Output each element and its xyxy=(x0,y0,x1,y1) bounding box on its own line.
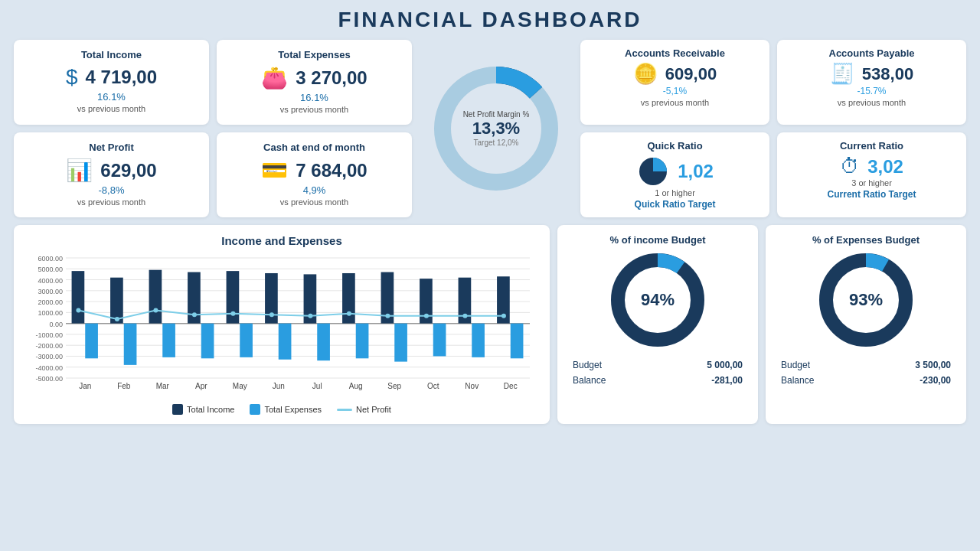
accounts-receivable-change: -5,1% xyxy=(663,86,687,96)
svg-point-75 xyxy=(462,314,467,318)
net-profit-card: Net Profit 📊 629,00 -8,8% vs previous mo… xyxy=(14,132,209,217)
svg-text:-5000.00: -5000.00 xyxy=(35,375,63,383)
accounts-payable-card: Accounts Payable 🧾 538,00 -15.7% vs prev… xyxy=(777,40,966,125)
svg-text:-2000.00: -2000.00 xyxy=(35,342,63,350)
svg-rect-45 xyxy=(279,324,292,360)
svg-rect-36 xyxy=(162,324,175,357)
svg-text:5000.00: 5000.00 xyxy=(38,266,63,273)
income-budget-value: 5 000,00 xyxy=(655,357,746,373)
income-budget-table: Budget 5 000,00 Balance -281,00 xyxy=(570,357,746,388)
bar-chart-svg: 6000.005000.004000.003000.002000.001000.… xyxy=(26,252,537,401)
expenses-budget-donut: 93% xyxy=(816,250,916,350)
bar-chart-icon: 📊 xyxy=(66,158,93,183)
bar-chart-card: Income and Expenses 6000.005000.004000.0… xyxy=(14,225,550,424)
cash-end-sub: vs previous month xyxy=(280,197,348,207)
svg-rect-51 xyxy=(356,324,369,359)
income-balance-value: -281,00 xyxy=(655,373,746,388)
svg-text:Mar: Mar xyxy=(156,382,170,390)
svg-text:0.00: 0.00 xyxy=(49,321,63,328)
net-profit-sub: vs previous month xyxy=(77,197,145,207)
legend-net-profit: Net Profit xyxy=(337,404,391,415)
total-expenses-title: Total Expenses xyxy=(278,49,350,60)
svg-text:Jan: Jan xyxy=(79,382,91,390)
income-budget-title: % of income Budget xyxy=(610,234,706,246)
legend-net-profit-label: Net Profit xyxy=(356,405,391,414)
current-ratio-title: Current Ratio xyxy=(840,140,903,152)
left-cards: Total Income $ 4 719,00 16.1% vs previou… xyxy=(14,40,412,217)
accounts-payable-value: 538,00 xyxy=(862,64,913,84)
clock-icon: ⏱ xyxy=(840,155,860,178)
income-balance-row: Balance -281,00 xyxy=(570,373,746,388)
quick-ratio-sub: 1 or higher xyxy=(655,188,695,197)
total-income-change: 16.1% xyxy=(97,91,126,103)
current-ratio-sub: 3 or higher xyxy=(851,178,892,187)
legend-expenses-label: Total Expenses xyxy=(264,405,322,414)
accounts-receivable-title: Accounts Receivable xyxy=(625,47,725,59)
svg-point-71 xyxy=(308,314,312,318)
svg-rect-54 xyxy=(394,324,407,362)
accounts-receivable-body: 🪙 609,00 xyxy=(633,62,717,86)
cash-icon: 💳 xyxy=(261,158,288,183)
svg-text:-1000.00: -1000.00 xyxy=(35,331,63,339)
accounts-receivable-card: Accounts Receivable 🪙 609,00 -5,1% vs pr… xyxy=(580,40,769,125)
total-income-title: Total Income xyxy=(81,49,142,60)
income-budget-label: Budget xyxy=(570,357,655,373)
quick-ratio-pie xyxy=(636,155,670,188)
bottom-section: Income and Expenses 6000.005000.004000.0… xyxy=(14,225,966,424)
expenses-budget-label: Budget xyxy=(778,357,863,373)
cash-end-card: Cash at end of month 💳 7 684,00 4,9% vs … xyxy=(217,132,412,217)
income-budget-row: Budget 5 000,00 xyxy=(570,357,746,373)
svg-point-69 xyxy=(230,311,235,316)
svg-text:Sep: Sep xyxy=(387,382,401,390)
svg-text:Oct: Oct xyxy=(427,382,439,390)
current-ratio-target: Current Ratio Target xyxy=(828,189,916,200)
dashboard-title: FINANCIAL DASHBOARD xyxy=(14,8,966,32)
total-expenses-body: 👛 3 270,00 xyxy=(261,65,367,90)
svg-point-73 xyxy=(385,314,390,318)
svg-point-70 xyxy=(270,312,274,317)
total-income-card: Total Income $ 4 719,00 16.1% vs previou… xyxy=(14,40,209,125)
svg-rect-60 xyxy=(472,324,485,357)
svg-point-72 xyxy=(347,311,351,316)
svg-rect-32 xyxy=(110,278,123,324)
quick-ratio-title: Quick Ratio xyxy=(647,140,702,152)
budget-cards: % of income Budget 94% Budget 5 000,00 B… xyxy=(557,225,966,424)
total-income-value: 4 719,00 xyxy=(86,67,157,88)
income-budget-percent: 94% xyxy=(641,290,675,310)
accounts-payable-sub: vs previous month xyxy=(838,98,906,107)
svg-point-65 xyxy=(76,308,80,313)
legend-income: Total Income xyxy=(172,404,234,415)
current-ratio-value: 3,02 xyxy=(867,156,903,178)
svg-rect-57 xyxy=(433,324,446,357)
accounts-payable-title: Accounts Payable xyxy=(829,47,915,59)
coins-icon: 🪙 xyxy=(633,62,658,86)
svg-point-66 xyxy=(115,317,119,321)
donut-label: Net Profit Margin % xyxy=(463,110,530,119)
top-section: Total Income $ 4 719,00 16.1% vs previou… xyxy=(14,40,966,217)
svg-rect-48 xyxy=(317,324,330,361)
svg-text:1000.00: 1000.00 xyxy=(38,309,63,317)
total-expenses-sub: vs previous month xyxy=(280,105,348,114)
current-ratio-body: ⏱ 3,02 xyxy=(840,155,903,178)
accounts-payable-change: -15.7% xyxy=(857,86,886,96)
income-budget-donut: 94% xyxy=(608,250,707,350)
quick-ratio-card: Quick Ratio 1,02 1 or higher Quick Ratio… xyxy=(580,132,769,217)
expenses-budget-row: Budget 3 500,00 xyxy=(778,357,954,373)
svg-text:Jun: Jun xyxy=(273,382,285,390)
expenses-budget-table: Budget 3 500,00 Balance -230,00 xyxy=(778,357,954,388)
legend-expenses-dot xyxy=(250,404,260,415)
svg-text:Feb: Feb xyxy=(117,382,131,390)
svg-rect-50 xyxy=(342,273,355,324)
expenses-budget-percent: 93% xyxy=(849,290,883,310)
svg-text:-3000.00: -3000.00 xyxy=(35,353,63,360)
quick-ratio-target: Quick Ratio Target xyxy=(635,199,716,210)
expenses-budget-title: % of Expenses Budget xyxy=(812,234,920,246)
legend-expenses: Total Expenses xyxy=(250,404,322,415)
quick-ratio-body: 1,02 xyxy=(636,155,714,188)
svg-text:Jul: Jul xyxy=(312,382,322,390)
svg-rect-29 xyxy=(72,271,85,324)
svg-rect-30 xyxy=(85,324,98,359)
donut-value: 13,3% xyxy=(463,119,530,139)
net-profit-change: -8,8% xyxy=(99,184,125,196)
dollar-icon: $ xyxy=(66,65,78,90)
